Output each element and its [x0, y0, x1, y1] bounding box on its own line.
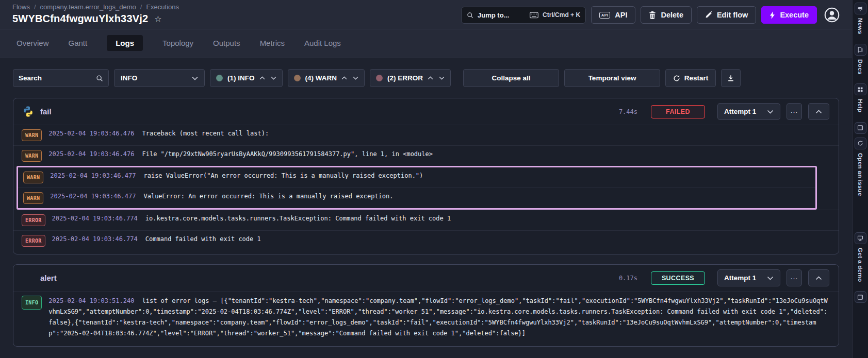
tab-overview[interactable]: Overview: [17, 35, 49, 51]
log-message: io.kestra.core.models.tasks.runners.Task…: [145, 215, 451, 222]
jump-to-search[interactable]: Jump to... Ctrl/Cmd + K: [461, 7, 586, 24]
attempt-select[interactable]: Attempt 1: [717, 269, 780, 286]
collapse-panel-button[interactable]: [808, 103, 829, 120]
python-icon: [22, 106, 34, 118]
highlighted-log-group: WARN 2025-02-04 19:03:46.477raise ValueE…: [17, 166, 817, 210]
tab-logs[interactable]: Logs: [107, 35, 143, 51]
sidebar-panel-icon[interactable]: [855, 122, 866, 134]
log-message: Command failed with exit code 1: [145, 235, 261, 243]
log-timestamp: 2025-02-04 19:03:46.476: [48, 150, 142, 158]
collapse-panel-button[interactable]: [808, 269, 829, 286]
log-timestamp: 2025-02-04 19:03:46.477: [50, 193, 143, 200]
log-row-highlighted[interactable]: WARN 2025-02-04 19:03:46.477raise ValueE…: [18, 167, 815, 187]
pencil-icon: [705, 11, 712, 19]
chevron-down-icon[interactable]: [353, 76, 358, 80]
jump-to-label: Jump to...: [478, 11, 509, 19]
info-badge: INFO: [22, 296, 42, 310]
api-button[interactable]: API API: [591, 6, 635, 24]
collapse-all-button[interactable]: Collapse all: [463, 69, 559, 87]
star-icon[interactable]: ☆: [154, 14, 161, 24]
docs-icon[interactable]: [855, 44, 866, 56]
tab-gantt[interactable]: Gantt: [69, 35, 88, 51]
attempt-select[interactable]: Attempt 1: [717, 103, 780, 120]
sidebar-item-docs[interactable]: Docs: [857, 59, 863, 75]
demo-icon[interactable]: [855, 232, 866, 244]
edit-flow-button[interactable]: Edit flow: [697, 6, 756, 24]
log-message: list of error logs — [{"tenantId":"kestr…: [48, 297, 828, 337]
warn-count-chip[interactable]: (4) WARN: [288, 69, 365, 87]
user-avatar-icon[interactable]: [824, 7, 840, 23]
breadcrumb-separator: /: [140, 3, 142, 11]
breadcrumb-executions[interactable]: Executions: [146, 3, 179, 11]
chevron-up-icon[interactable]: [428, 76, 433, 80]
sidebar-item-help[interactable]: Help: [857, 99, 863, 113]
info-level-dot: [216, 75, 223, 81]
log-message: File "/tmp/29xtNw905ryarUsByAAKkQ/993099…: [142, 150, 433, 158]
tab-outputs[interactable]: Outputs: [213, 35, 240, 51]
chevron-down-icon: [767, 276, 774, 280]
download-logs-button[interactable]: [721, 69, 741, 87]
info-count-chip[interactable]: (1) INFO: [210, 69, 283, 87]
log-level-select[interactable]: INFO: [114, 69, 205, 87]
error-level-dot: [376, 75, 383, 81]
task-log-panel-fail: fail 7.44s FAILED Attempt 1 … WARN 2025-…: [13, 98, 839, 254]
help-icon[interactable]: [855, 83, 866, 95]
log-search-box: [13, 69, 109, 87]
task-duration: 0.17s: [619, 275, 637, 282]
logs-content: INFO (1) INFO (4) WARN (2) ERROR: [0, 58, 852, 358]
breadcrumb-separator: /: [34, 3, 36, 11]
sidebar-item-get-a-demo[interactable]: Get a demo: [857, 248, 863, 282]
task-log-panel-alert: alert 0.17s SUCCESS Attempt 1 … INFO 202…: [13, 264, 839, 347]
log-row[interactable]: ERROR 2025-02-04 19:03:46.774io.kestra.c…: [13, 210, 839, 230]
open-issue-icon[interactable]: [855, 138, 866, 149]
breadcrumb-flows[interactable]: Flows: [12, 3, 30, 11]
chevron-up-icon[interactable]: [341, 76, 347, 80]
sidebar-item-news[interactable]: News: [857, 18, 863, 35]
log-row[interactable]: ERROR 2025-02-04 19:03:46.774Command fai…: [13, 230, 839, 254]
task-name: fail: [40, 107, 52, 116]
log-row[interactable]: INFO 2025-02-04 19:03:51.240list of erro…: [13, 291, 839, 346]
panel-header-fail: fail 7.44s FAILED Attempt 1 …: [13, 98, 839, 125]
news-icon[interactable]: [855, 3, 866, 14]
temporal-view-button[interactable]: Temporal view: [564, 69, 660, 87]
log-row[interactable]: WARN 2025-02-04 19:03:46.476File "/tmp/2…: [13, 145, 839, 166]
breadcrumb-namespace[interactable]: company.team.error_logs_demo: [40, 3, 136, 11]
header-left: Flows / company.team.error_logs_demo / E…: [12, 3, 179, 25]
download-icon: [727, 75, 734, 82]
chevron-down-icon: [192, 76, 198, 80]
tab-metrics[interactable]: Metrics: [260, 35, 285, 51]
chevron-down-icon[interactable]: [271, 76, 276, 80]
header-actions: Jump to... Ctrl/Cmd + K API API Delete E…: [461, 6, 840, 24]
api-icon: API: [599, 12, 610, 19]
panel-header-alert: alert 0.17s SUCCESS Attempt 1 …: [13, 265, 839, 291]
sidebar-item-open-an-issue[interactable]: Open an issue: [857, 153, 863, 196]
log-row-highlighted[interactable]: WARN 2025-02-04 19:03:46.477ValueError: …: [18, 187, 815, 208]
chevron-down-icon[interactable]: [439, 76, 445, 80]
main-area: Flows / company.team.error_logs_demo / E…: [0, 0, 852, 358]
log-message: ValueError: An error occurred: This is a…: [143, 193, 393, 200]
log-filters: INFO (1) INFO (4) WARN (2) ERROR: [13, 69, 839, 87]
tab-audit-logs[interactable]: Audit Logs: [304, 35, 341, 51]
error-count-chip[interactable]: (2) ERROR: [370, 69, 451, 87]
page-title: 5WYBCfn4fwgwuYlxh33Vj2: [12, 13, 148, 25]
trash-icon: [649, 11, 656, 19]
task-name: alert: [40, 274, 57, 282]
log-timestamp: 2025-02-04 19:03:46.476: [48, 130, 142, 137]
search-icon: [96, 75, 103, 82]
chevron-up-icon[interactable]: [259, 76, 265, 80]
more-options-button[interactable]: …: [787, 103, 802, 120]
restart-button[interactable]: Restart: [665, 69, 716, 87]
chevron-down-icon: [767, 110, 774, 114]
delete-button[interactable]: Delete: [641, 6, 692, 24]
tab-topology[interactable]: Topology: [162, 35, 193, 51]
execute-button[interactable]: Execute: [761, 6, 817, 24]
sidebar-panel-icon[interactable]: [855, 291, 866, 303]
more-options-button[interactable]: …: [787, 269, 802, 286]
top-header: Flows / company.team.error_logs_demo / E…: [0, 0, 852, 29]
search-input[interactable]: [19, 74, 96, 82]
keyboard-icon: [530, 12, 538, 19]
log-row[interactable]: WARN 2025-02-04 19:03:46.476Traceback (m…: [13, 125, 839, 145]
log-message: Traceback (most recent call last):: [142, 130, 269, 137]
error-badge: ERROR: [22, 214, 45, 226]
status-badge-failed: FAILED: [651, 105, 705, 118]
